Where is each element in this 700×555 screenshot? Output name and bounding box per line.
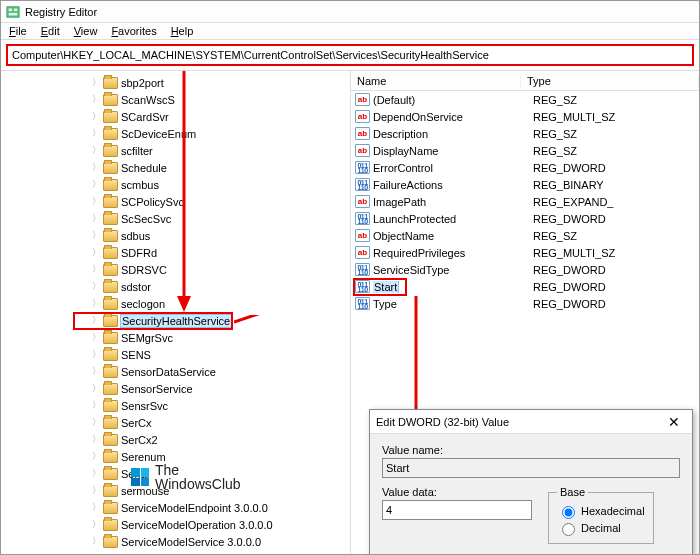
list-row-start[interactable]: 011110StartREG_DWORD [351,278,699,295]
menu-help[interactable]: Help [171,25,194,37]
folder-icon [103,264,118,276]
chevron-right-icon: 〉 [91,450,101,463]
chevron-right-icon: 〉 [91,416,101,429]
chevron-right-icon: 〉 [91,467,101,480]
tree-item-label: ScSecSvc [121,213,171,225]
value-name: DisplayName [373,145,533,157]
tree-item-sercx[interactable]: 〉SerCx [1,414,350,431]
edit-dword-dialog: Edit DWORD (32-bit) Value ✕ Value name: … [369,409,693,554]
value-type: REG_SZ [533,94,577,106]
tree-item-scpolicysvc[interactable]: 〉SCPolicySvc [1,193,350,210]
value-name-field[interactable] [382,458,680,478]
list-row-type[interactable]: 011110TypeREG_DWORD [351,295,699,312]
list-row-displayname[interactable]: abDisplayNameREG_SZ [351,142,699,159]
tree-item-scfilter[interactable]: 〉scfilter [1,142,350,159]
folder-icon [103,502,118,514]
tree-item-label: Serenum [121,451,166,463]
radio-hex[interactable]: Hexadecimal [557,503,645,519]
chevron-right-icon: 〉 [91,246,101,259]
value-type: REG_EXPAND_ [533,196,614,208]
svg-rect-0 [7,6,19,17]
value-type: REG_SZ [533,128,577,140]
list-row-failureactions[interactable]: 011110FailureActionsREG_BINARY [351,176,699,193]
list-row-imagepath[interactable]: abImagePathREG_EXPAND_ [351,193,699,210]
tree-item-semgrsvc[interactable]: 〉SEMgrSvc [1,329,350,346]
menu-file[interactable]: File [9,25,27,37]
tree-item-scdeviceenum[interactable]: 〉ScDeviceEnum [1,125,350,142]
windows-logo-icon [131,468,149,486]
tree-item-sercx2[interactable]: 〉SerCx2 [1,431,350,448]
tree-item-label: SecurityHealthService [121,315,231,327]
col-header-type[interactable]: Type [521,75,699,87]
tree-item-label: sdbus [121,230,150,242]
tree-item-servicemodelservice-3-0-0-0[interactable]: 〉ServiceModelService 3.0.0.0 [1,533,350,550]
folder-icon [103,332,118,344]
list-row-dependonservice[interactable]: abDependOnServiceREG_MULTI_SZ [351,108,699,125]
folder-icon [103,417,118,429]
watermark-text: TheWindowsClub [155,463,241,491]
tree-item-sens[interactable]: 〉SENS [1,346,350,363]
tree-item-label: SensorDataService [121,366,216,378]
folder-icon [103,485,118,497]
folder-icon [103,196,118,208]
radio-dec-input[interactable] [562,523,575,536]
tree-item-schedule[interactable]: 〉Schedule [1,159,350,176]
menu-view[interactable]: View [74,25,98,37]
chevron-right-icon: 〉 [91,518,101,531]
folder-icon [103,434,118,446]
list-row-launchprotected[interactable]: 011110LaunchProtectedREG_DWORD [351,210,699,227]
close-icon[interactable]: ✕ [662,413,686,431]
radio-hex-input[interactable] [562,506,575,519]
list-row-description[interactable]: abDescriptionREG_SZ [351,125,699,142]
svg-rect-1 [9,8,13,11]
value-type: REG_DWORD [533,281,606,293]
svg-rect-3 [9,12,18,15]
tree-item-label: SDRSVC [121,264,167,276]
tree-item-sdstor[interactable]: 〉sdstor [1,278,350,295]
tree-item-securityhealthservice[interactable]: 〉SecurityHealthService [1,312,350,329]
list-row-servicesidtype[interactable]: 011110ServiceSidTypeREG_DWORD [351,261,699,278]
tree-item-label: SCPolicySvc [121,196,184,208]
value-data-field[interactable] [382,500,532,520]
value-type: REG_DWORD [533,213,606,225]
tree-item-sdfrd[interactable]: 〉SDFRd [1,244,350,261]
menu-favorites[interactable]: Favorites [111,25,156,37]
value-name: (Default) [373,94,533,106]
value-data-label: Value data: [382,486,532,498]
value-name: FailureActions [373,179,533,191]
value-name: ObjectName [373,230,533,242]
tree-item-scmbus[interactable]: 〉scmbus [1,176,350,193]
tree-item-sensorservice[interactable]: 〉SensorService [1,380,350,397]
tree-item-sensordataservice[interactable]: 〉SensorDataService [1,363,350,380]
folder-icon [103,468,118,480]
tree-item-servicemodelendpoint-3-0-0-0[interactable]: 〉ServiceModelEndpoint 3.0.0.0 [1,499,350,516]
folder-icon [103,94,118,106]
chevron-right-icon: 〉 [91,280,101,293]
tree-item-label: ScDeviceEnum [121,128,196,140]
tree-item-servicemodeloperation-3-0-0-0[interactable]: 〉ServiceModelOperation 3.0.0.0 [1,516,350,533]
chevron-right-icon: 〉 [91,484,101,497]
tree-item-sdrsvc[interactable]: 〉SDRSVC [1,261,350,278]
menu-edit[interactable]: Edit [41,25,60,37]
list-row-objectname[interactable]: abObjectNameREG_SZ [351,227,699,244]
list-row-errorcontrol[interactable]: 011110ErrorControlREG_DWORD [351,159,699,176]
tree-item-scsecsvc[interactable]: 〉ScSecSvc [1,210,350,227]
col-header-name[interactable]: Name [351,75,521,87]
chevron-right-icon: 〉 [91,229,101,242]
list-row--default-[interactable]: ab(Default)REG_SZ [351,91,699,108]
tree-item-sbp2port[interactable]: 〉sbp2port [1,74,350,91]
tree-item-seclogon[interactable]: 〉seclogon [1,295,350,312]
chevron-right-icon: 〉 [91,535,101,548]
radio-dec[interactable]: Decimal [557,520,645,536]
tree-item-scanwscs[interactable]: 〉ScanWscS [1,91,350,108]
tree-item-label: SCardSvr [121,111,169,123]
tree-item-sensrsvc[interactable]: 〉SensrSvc [1,397,350,414]
folder-icon [103,128,118,140]
list-row-requiredprivileges[interactable]: abRequiredPrivilegesREG_MULTI_SZ [351,244,699,261]
tree-item-sdbus[interactable]: 〉sdbus [1,227,350,244]
tree-item-scardsvr[interactable]: 〉SCardSvr [1,108,350,125]
address-bar[interactable]: Computer\HKEY_LOCAL_MACHINE\SYSTEM\Curre… [6,44,694,66]
value-name: LaunchProtected [373,213,533,225]
dword-value-icon: 011110 [355,178,370,191]
chevron-right-icon: 〉 [91,382,101,395]
